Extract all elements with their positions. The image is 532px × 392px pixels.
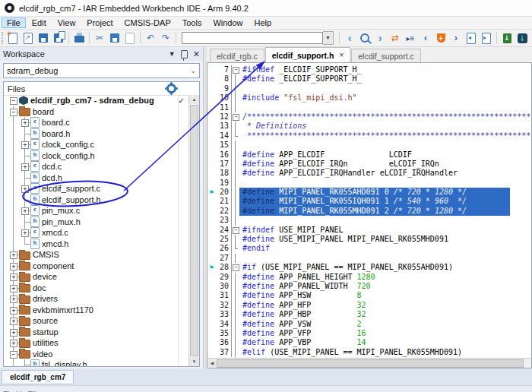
editor-tab-elcdif-rgb-c[interactable]: elcdif_rgb.c [210,49,264,62]
files-scrollbar[interactable]: ▲ ▼ [188,95,199,366]
code-line-28[interactable]: ⚑28#if (USE_MIPI_PANEL == MIPI_PANEL_RK0… [207,263,531,272]
collapse-icon[interactable]: − [10,351,17,359]
horizontal-scrollbar[interactable]: ◀ [207,358,532,368]
doc-forward-icon[interactable]: ▸ [479,31,494,46]
tree-item-elcdif-rgb-cm7-sdram-debug[interactable]: −elcdif_rgb_cm7 - sdram_debug✓ [4,95,189,106]
tree-item-fsl-display-h[interactable]: hfsl_display.h [4,359,189,366]
search-input[interactable] [182,32,323,44]
tree-item-cmsis[interactable]: +CMSIS [4,249,189,261]
search-dropdown-icon[interactable]: ▼ [323,31,334,45]
print-icon[interactable] [71,31,87,46]
code-line-31[interactable]: 31#define APP_HSW 8 [207,291,531,300]
code-line-20[interactable]: ⚑20#define MIPI_PANEL_RK055AHD091 0 /* 7… [207,188,531,197]
cut-icon[interactable]: ✂ [92,31,107,46]
scroll-down-icon[interactable]: ▼ [189,357,199,366]
collapse-icon[interactable]: − [10,97,17,105]
editor-tab-elcdif-support-c[interactable]: elcdif_support.c [351,49,421,62]
workspace-tab[interactable]: elcdif_rgb_cm7 [2,370,74,384]
code-line-33[interactable]: 33#define APP_HBP 32 [207,310,531,319]
paste-icon[interactable] [122,31,138,46]
tree-item-clock-config-c[interactable]: +cclock_config.c [4,139,189,150]
gear-icon[interactable] [166,84,176,93]
expand-icon[interactable]: + [10,307,17,315]
swap-arrows-icon[interactable]: ⇄ [388,31,403,46]
menu-item-view[interactable]: View [52,17,81,28]
chevron-right-icon[interactable]: › [448,31,464,46]
tree-item-board-h[interactable]: hboard.h [4,128,189,140]
tree-item-pin-mux-h[interactable]: hpin_mux.h [4,217,189,228]
expand-icon[interactable]: + [10,296,17,303]
tab-close-icon[interactable]: × [339,51,344,59]
code-line-30[interactable]: 30#define APP_PANEL_WIDTH 720 [207,282,531,291]
insert-template-icon[interactable]: ▸≡ [403,31,418,46]
bookmark-flag-icon[interactable]: ⚑ [207,188,216,197]
tree-item-doc[interactable]: +doc [4,283,189,294]
menu-item-edit[interactable]: Edit [27,17,52,28]
redo-icon[interactable]: ↷ [158,31,173,46]
open-document-icon[interactable]: ↗ [21,31,36,46]
code-line-35[interactable]: 35#define APP_VFP 16 [207,329,531,338]
tree-item-clock-config-h[interactable]: hclock_config.h [4,150,189,162]
code-line-18[interactable]: 18#define APP_ELCDIF_IRQHandler eLCDIF_I… [207,169,531,178]
expand-icon[interactable]: + [21,119,29,127]
code-line-23[interactable]: 23 [207,216,531,225]
find-icon[interactable] [357,31,372,46]
code-line-27[interactable]: 27 [207,254,531,263]
tree-item-dcd-c[interactable]: +cdcd.c [4,161,189,172]
menu-item-tools[interactable]: Tools [177,17,207,28]
find-previous-icon[interactable]: ‹ [342,31,357,46]
tree-item-drivers[interactable]: +drivers [4,293,189,305]
code-line-37[interactable]: 37#elif (USE_MIPI_PANEL == MIPI_PANEL_RK… [207,348,531,357]
workspace-menu-icon[interactable]: ▼ [169,50,176,58]
code-line-26[interactable]: 26#endif [207,244,531,253]
fold-marker[interactable] [232,226,239,235]
tree-item-elcdif-support-h[interactable]: helcdif_support.h [4,194,189,206]
tree-item-video[interactable]: −video [4,349,189,360]
expand-icon[interactable]: + [21,229,29,237]
pin-icon[interactable] [181,50,188,58]
fold-marker[interactable] [232,65,239,74]
code-line-7[interactable]: 7#ifndef _ELCDIF_SUPPORT_H_ [207,65,531,74]
menu-item-help[interactable]: Help [249,17,277,28]
tree-item-dcd-h[interactable]: hdcd.h [4,172,189,184]
code-line-24[interactable]: 24#ifndef USE_MIPI_PANEL [207,226,531,235]
tree-item-board-c[interactable]: +cboard.c [4,117,189,128]
tree-item-device[interactable]: +device [4,271,189,283]
expand-icon[interactable]: + [21,207,29,215]
tree-item-xmcd-h[interactable]: hxmcd.h [4,239,189,250]
code-line-29[interactable]: 29#define APP_PANEL_HEIGHT 1280 [207,273,531,282]
save-icon[interactable] [36,31,51,46]
code-line-22[interactable]: 22#define MIPI_PANEL_RK055MHD091 2 /* 72… [207,207,531,216]
tree-item-board[interactable]: −board [4,106,189,118]
code-line-36[interactable]: 36#define APP_VBP 14 [207,338,531,347]
chevron-left-icon[interactable]: ‹ [418,31,433,46]
expand-icon[interactable]: + [21,141,29,149]
code-line-15[interactable]: 15 [207,141,531,150]
expand-icon[interactable]: + [10,263,17,270]
code-line-34[interactable]: 34#define APP_VSW 2 [207,320,531,329]
expand-icon[interactable]: + [10,329,17,337]
scrollbar-thumb[interactable] [190,105,198,356]
close-icon[interactable]: ✕ [193,49,200,59]
code-line-11[interactable]: 11 [207,103,531,112]
fold-marker[interactable] [232,263,239,272]
code-line-14[interactable]: 14 *************************************… [207,131,531,141]
doc-back-icon[interactable]: ◂ [464,31,479,46]
code-line-12[interactable]: 12/*************************************… [207,112,531,122]
code-line-10[interactable]: 10#include "fsl_mipi_dsi.h" [207,93,531,103]
menu-item-file[interactable]: File [2,17,26,28]
editor-tab-elcdif-support-h[interactable]: elcdif_support.h× [265,47,351,62]
menu-item-cmsisdap[interactable]: CMSIS-DAP [119,17,176,28]
code-line-16[interactable]: 16#define APP_ELCDIF LCDIF [207,150,531,160]
tree-item-component[interactable]: +component [4,261,189,272]
code-line-13[interactable]: 13 * Definitions [207,122,531,131]
collapse-icon[interactable]: − [10,109,17,116]
scroll-up-icon[interactable]: ▲ [189,95,199,104]
tree-item-xmcd-c[interactable]: +cxmcd.c [4,227,189,239]
menu-item-project[interactable]: Project [81,17,118,28]
expand-icon[interactable]: + [10,340,17,347]
code-line-25[interactable]: 25#define USE_MIPI_PANEL MIPI_PANEL_RK05… [207,235,531,244]
fold-marker[interactable] [232,112,239,122]
download-file-icon[interactable]: ↓ [499,31,515,46]
tree-item-utilities[interactable]: +utilities [4,337,189,349]
